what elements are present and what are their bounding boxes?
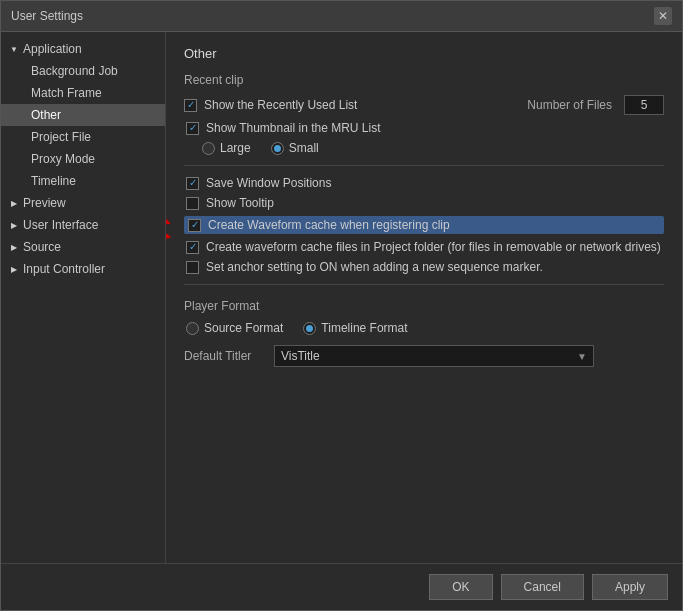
chevron-right-icon: ▶ <box>9 220 19 230</box>
dialog-title: User Settings <box>11 9 83 23</box>
radio-source-format-indicator <box>186 322 199 335</box>
num-files-input[interactable] <box>624 95 664 115</box>
apply-button[interactable]: Apply <box>592 574 668 600</box>
radio-source-format-label: Source Format <box>204 321 283 335</box>
sidebar-group-input-controller[interactable]: ▶ Input Controller <box>1 258 165 280</box>
show-thumbnail-row: Show Thumbnail in the MRU List <box>184 121 664 135</box>
show-tooltip-label: Show Tooltip <box>206 196 274 210</box>
sidebar-group-preview-label: Preview <box>23 196 66 210</box>
divider-2 <box>184 284 664 285</box>
sidebar-group-application[interactable]: ▼ Application <box>1 38 165 60</box>
set-anchor-checkbox[interactable] <box>186 261 199 274</box>
show-recently-used-checkbox[interactable] <box>184 99 197 112</box>
radio-small-label: Small <box>289 141 319 155</box>
chevron-right-icon: ▶ <box>9 264 19 274</box>
content-title: Other <box>184 46 664 61</box>
show-recently-used-label: Show the Recently Used List <box>204 98 357 112</box>
create-waveform-project-checkbox[interactable] <box>186 241 199 254</box>
sidebar-group-source-label: Source <box>23 240 61 254</box>
chevron-down-icon: ▼ <box>9 44 19 54</box>
show-thumbnail-label: Show Thumbnail in the MRU List <box>206 121 381 135</box>
chevron-right-icon: ▶ <box>9 242 19 252</box>
show-thumbnail-checkbox[interactable] <box>186 122 199 135</box>
user-settings-dialog: User Settings ✕ ▼ Application Background… <box>0 0 683 611</box>
sidebar-item-timeline[interactable]: Timeline <box>1 170 165 192</box>
create-waveform-cache-label: Create Waveform cache when registering c… <box>208 218 450 232</box>
sidebar-group-user-interface[interactable]: ▶ User Interface <box>1 214 165 236</box>
default-titler-select[interactable]: VisTitle ▼ <box>274 345 594 367</box>
cancel-button[interactable]: Cancel <box>501 574 584 600</box>
sidebar-group-application-label: Application <box>23 42 82 56</box>
radio-timeline-format-indicator <box>303 322 316 335</box>
recent-clip-section: Recent clip Show the Recently Used List … <box>184 73 664 155</box>
size-radio-row: Large Small <box>184 141 664 155</box>
dialog-footer: OK Cancel Apply <box>1 563 682 610</box>
show-recently-used-left: Show the Recently Used List <box>184 98 357 112</box>
recent-clip-label: Recent clip <box>184 73 664 87</box>
close-button[interactable]: ✕ <box>654 7 672 25</box>
sidebar-group-user-interface-label: User Interface <box>23 218 98 232</box>
radio-small[interactable]: Small <box>271 141 319 155</box>
dropdown-arrow-icon: ▼ <box>577 351 587 362</box>
sidebar-item-proxy-mode[interactable]: Proxy Mode <box>1 148 165 170</box>
radio-small-indicator <box>271 142 284 155</box>
default-titler-value: VisTitle <box>281 349 320 363</box>
radio-large-indicator <box>202 142 215 155</box>
create-waveform-project-row: Create waveform cache files in Project f… <box>184 240 664 254</box>
default-titler-label: Default Titler <box>184 349 264 363</box>
radio-source-format[interactable]: Source Format <box>186 321 283 335</box>
divider-1 <box>184 165 664 166</box>
save-window-positions-label: Save Window Positions <box>206 176 331 190</box>
default-titler-row: Default Titler VisTitle ▼ <box>184 345 664 367</box>
ok-button[interactable]: OK <box>429 574 492 600</box>
create-waveform-project-label: Create waveform cache files in Project f… <box>206 240 661 254</box>
title-bar: User Settings ✕ <box>1 1 682 32</box>
radio-large-label: Large <box>220 141 251 155</box>
red-arrow-annotation <box>166 186 179 246</box>
sidebar-group-input-controller-label: Input Controller <box>23 262 105 276</box>
show-tooltip-row: Show Tooltip <box>184 196 664 210</box>
show-recently-used-row: Show the Recently Used List Number of Fi… <box>184 95 664 115</box>
sidebar-item-other[interactable]: Other <box>1 104 165 126</box>
radio-timeline-format[interactable]: Timeline Format <box>303 321 407 335</box>
save-window-positions-checkbox[interactable] <box>186 177 199 190</box>
sidebar-group-source[interactable]: ▶ Source <box>1 236 165 258</box>
sidebar-item-project-file[interactable]: Project File <box>1 126 165 148</box>
player-format-label: Player Format <box>184 299 664 313</box>
radio-timeline-format-label: Timeline Format <box>321 321 407 335</box>
dialog-body: ▼ Application Background Job Match Frame… <box>1 32 682 563</box>
sidebar-item-match-frame[interactable]: Match Frame <box>1 82 165 104</box>
waveform-cache-container: Create Waveform cache when registering c… <box>184 216 664 234</box>
player-format-section: Player Format Source Format Timeline For… <box>184 299 664 335</box>
num-files-label: Number of Files <box>527 98 612 112</box>
number-of-files-right: Number of Files <box>527 95 664 115</box>
content-area: Other Recent clip Show the Recently Used… <box>166 32 682 563</box>
show-tooltip-checkbox[interactable] <box>186 197 199 210</box>
player-format-radio-row: Source Format Timeline Format <box>184 321 664 335</box>
set-anchor-label: Set anchor setting to ON when adding a n… <box>206 260 543 274</box>
create-waveform-cache-row: Create Waveform cache when registering c… <box>184 216 664 234</box>
set-anchor-row: Set anchor setting to ON when adding a n… <box>184 260 664 274</box>
chevron-right-icon: ▶ <box>9 198 19 208</box>
sidebar-group-preview[interactable]: ▶ Preview <box>1 192 165 214</box>
radio-large[interactable]: Large <box>202 141 251 155</box>
sidebar-item-background-job[interactable]: Background Job <box>1 60 165 82</box>
save-window-positions-row: Save Window Positions <box>184 176 664 190</box>
sidebar: ▼ Application Background Job Match Frame… <box>1 32 166 563</box>
create-waveform-cache-checkbox[interactable] <box>188 219 201 232</box>
